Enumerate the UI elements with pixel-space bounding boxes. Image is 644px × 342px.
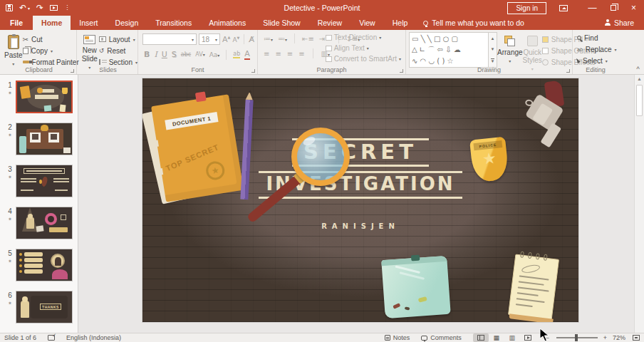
find-button[interactable]: Find <box>577 32 618 43</box>
font-name-combo[interactable]: ▾ <box>142 33 197 45</box>
language-indicator[interactable]: English (Indonesia) <box>66 334 121 341</box>
thumbnail-item-5: 5 ✶ <box>4 249 78 281</box>
zoom-out-button[interactable]: — <box>543 334 549 341</box>
slide-show-button[interactable] <box>520 333 536 342</box>
align-text-button[interactable]: Align Text▾ <box>326 43 401 53</box>
slide-thumbnail-1[interactable] <box>16 81 73 113</box>
notepad-illustration[interactable] <box>508 254 559 321</box>
slide-thumbnail-5[interactable] <box>16 249 73 281</box>
collapse-ribbon-button[interactable]: ^ <box>636 66 640 72</box>
tab-view[interactable]: View <box>350 16 384 30</box>
bullets-button[interactable]: ≔▾ <box>264 35 273 43</box>
new-slide-button[interactable]: New Slide ▾ <box>80 31 99 70</box>
convert-smartart-button[interactable]: Convert to SmartArt▾ <box>326 53 401 64</box>
text-shadow-button[interactable]: S <box>172 50 177 59</box>
close-button[interactable]: × <box>623 0 644 16</box>
zoom-level[interactable]: 72% <box>613 334 625 341</box>
reading-view-button[interactable]: ▥ <box>504 333 520 342</box>
zoom-slider-thumb[interactable] <box>575 334 578 341</box>
tab-animations[interactable]: Animations <box>200 16 254 30</box>
vertical-scrollbar[interactable]: ▲ <box>634 75 644 333</box>
dialog-launcher-icon[interactable] <box>71 69 74 73</box>
align-right-button[interactable]: ≡ <box>287 50 293 58</box>
slide-thumbnail-3[interactable] <box>16 165 73 197</box>
select-button[interactable]: Select▾ <box>577 55 618 66</box>
grow-font-button[interactable]: A▲ <box>222 35 230 44</box>
tab-insert[interactable]: Insert <box>71 16 106 30</box>
copy-button[interactable]: Copy▾ <box>23 45 79 56</box>
character-spacing-button[interactable]: AV▾ <box>195 51 204 58</box>
comments-button[interactable]: Comments <box>421 334 462 341</box>
shapes-gallery[interactable]: ▭ ╲ ╲ □ ○ ▢ △ ∟ ⌒ ⇦ ⇩ ☁ ∿ ◠ ◡ ( ) ☆ ▲ ▼ … <box>409 32 497 71</box>
shapes-gallery-scroll[interactable]: ▲ ▼ ▼ <box>489 32 497 68</box>
tab-home[interactable]: Home <box>33 16 71 30</box>
cut-button[interactable]: ✂Cut <box>23 33 79 45</box>
font-size-combo[interactable]: 18▾ <box>199 33 220 45</box>
author-text[interactable]: RANISJEN <box>142 222 578 230</box>
replace-button[interactable]: abReplace▾ <box>577 43 618 55</box>
revolver-illustration[interactable] <box>507 78 578 162</box>
layout-button[interactable]: Layout▾ <box>99 33 137 45</box>
bold-button[interactable]: B <box>144 50 150 59</box>
slide-thumbnail-2[interactable] <box>16 123 73 155</box>
zoom-slider[interactable] <box>556 337 598 338</box>
undo-button[interactable]: ↶▾ <box>19 4 30 11</box>
normal-view-button[interactable] <box>473 333 489 342</box>
redo-button[interactable]: ↷ <box>36 4 43 11</box>
notepad-line-art <box>519 281 544 285</box>
shrink-font-button[interactable]: A▼ <box>232 36 239 43</box>
tab-review[interactable]: Review <box>309 16 350 30</box>
justify-button[interactable]: ≡ <box>298 50 304 58</box>
change-case-button[interactable]: Aa▾ <box>209 51 220 58</box>
sign-in-button[interactable]: Sign in <box>507 2 546 14</box>
restore-button[interactable] <box>603 0 623 16</box>
evidence-bag-illustration[interactable] <box>381 256 450 318</box>
decrease-indent-button[interactable]: ⇤≡ <box>302 35 314 43</box>
share-button[interactable]: Share <box>605 16 644 30</box>
align-left-button[interactable]: ≡ <box>264 50 269 58</box>
slide-canvas[interactable]: DOCUMENT 1 TOP SECRET ★ SECRET INVESTIGA… <box>142 78 578 322</box>
clear-formatting-button[interactable]: A̸ <box>249 35 254 44</box>
tab-transitions[interactable]: Transitions <box>147 16 200 30</box>
dialog-launcher-icon[interactable] <box>251 69 255 73</box>
numbering-button[interactable]: ≕▾ <box>278 35 287 43</box>
magnifier-illustration[interactable] <box>291 128 350 186</box>
group-label: Slides <box>78 66 137 73</box>
tab-design[interactable]: Design <box>107 16 147 30</box>
scrollbar-thumb[interactable] <box>636 85 643 116</box>
tab-slide-show[interactable]: Slide Show <box>254 16 309 30</box>
quick-styles-button[interactable]: Quick Styles ▾ <box>523 32 542 71</box>
align-center-button[interactable]: ≡ <box>275 50 281 58</box>
quick-styles-icon <box>527 36 538 46</box>
highlight-color-button[interactable]: ab <box>233 51 240 58</box>
dialog-launcher-icon[interactable] <box>400 69 403 73</box>
thumbnail-art <box>17 82 71 112</box>
save-button[interactable] <box>6 4 13 11</box>
spell-check-button[interactable] <box>48 335 55 341</box>
bag-content-art <box>405 306 410 310</box>
chevron-down-icon: ▾ <box>28 6 30 11</box>
slide-sorter-view-button[interactable]: ▦ <box>489 333 504 342</box>
ribbon-display-options-icon[interactable] <box>559 5 568 11</box>
italic-button[interactable]: I <box>154 50 157 59</box>
titlebar-right: Sign in — × <box>507 0 644 16</box>
reset-button[interactable]: ↺Reset <box>99 45 137 56</box>
slide-thumbnail-6[interactable]: THANKS <box>16 291 73 323</box>
tab-help[interactable]: Help <box>384 16 417 30</box>
start-from-beginning-button[interactable] <box>50 5 58 11</box>
underline-button[interactable]: U <box>162 50 167 59</box>
font-color-button[interactable]: A <box>244 49 250 60</box>
dialog-launcher-icon[interactable] <box>566 69 570 73</box>
tab-file[interactable]: File <box>0 16 33 30</box>
paste-button[interactable]: Paste ▾ <box>4 31 23 68</box>
strikethrough-button[interactable]: abc <box>181 51 191 58</box>
arrange-button[interactable]: Arrange ▾ <box>497 32 523 71</box>
notes-button[interactable]: Notes <box>385 334 410 341</box>
zoom-in-button[interactable]: + <box>603 334 607 341</box>
tell-me-box[interactable]: Tell me what you want to do <box>416 16 531 30</box>
minimize-button[interactable]: — <box>582 0 603 16</box>
text-direction-button[interactable]: Text Direction▾ <box>326 32 401 43</box>
slide-thumbnail-4[interactable] <box>16 207 73 239</box>
customize-qat-button[interactable]: ⋮ <box>64 5 70 11</box>
fit-to-window-icon[interactable] <box>633 335 640 341</box>
